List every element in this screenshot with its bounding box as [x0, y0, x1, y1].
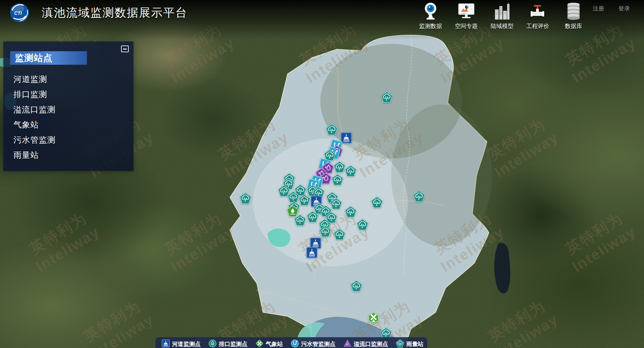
- legend-item-outlet[interactable]: 排口监测点: [208, 339, 247, 348]
- river-marker-icon: [162, 339, 170, 348]
- login-link[interactable]: 登录: [618, 5, 630, 12]
- rain-station-marker[interactable]: [371, 196, 383, 208]
- legend-label: 溢流口监测点: [354, 340, 388, 348]
- brand: CTI 滇池流域监测数据展示平台: [9, 3, 187, 23]
- panel-item-list: 河道监测排口监测溢流口监测气象站污水管监测雨量站: [3, 71, 134, 163]
- rain-station-marker[interactable]: [331, 174, 344, 186]
- rain-station-marker[interactable]: [294, 214, 306, 226]
- rain-station-marker[interactable]: [319, 225, 331, 237]
- nav-item-label: 监测数据: [419, 22, 442, 30]
- rain-station-marker[interactable]: [333, 161, 346, 173]
- city-buildings-icon: [493, 1, 511, 21]
- nav-item-database[interactable]: 数据库: [556, 1, 591, 30]
- platform-logo-icon: CTI: [9, 3, 30, 23]
- main-nav: 监测数据 空间专题 陆域模型 工程评价 数据库: [413, 1, 591, 30]
- auth-links: 注册 登录: [593, 5, 630, 12]
- sidebar-item[interactable]: 污水管监测: [3, 132, 134, 147]
- legend-item-weather[interactable]: 气象站: [255, 339, 283, 348]
- legend-label: 污水管监测点: [301, 340, 335, 348]
- legend-label: 气象站: [266, 340, 283, 348]
- rain-station-marker[interactable]: [333, 228, 346, 240]
- sewage-marker-icon: [291, 339, 299, 348]
- weather-marker-icon: [255, 339, 264, 348]
- nav-item-camera[interactable]: 监测数据: [413, 1, 448, 30]
- sidebar-item[interactable]: 排口监测: [3, 87, 134, 102]
- rain-station-marker[interactable]: [413, 190, 425, 202]
- nav-item-label: 数据库: [565, 22, 582, 30]
- legend-item-sewage[interactable]: 污水管监测点: [291, 339, 335, 348]
- monitor-station-panel: 监测站点 河道监测排口监测溢流口监测气象站污水管监测雨量站: [3, 41, 134, 171]
- pipe-valve-icon: [529, 1, 547, 21]
- nav-item-label: 陆域模型: [491, 22, 514, 30]
- sidebar-item[interactable]: 河道监测: [3, 71, 134, 87]
- rain-station-marker[interactable]: [381, 91, 393, 103]
- sidebar-item[interactable]: 雨量站: [3, 147, 134, 163]
- svg-text:CTI: CTI: [14, 10, 22, 16]
- legend-item-river[interactable]: 河道监测点: [162, 339, 201, 348]
- rain-station-marker[interactable]: [306, 211, 319, 223]
- map-legend: 河道监测点 排口监测点 气象站 污水管监测点 溢流口监测点 雨量站: [155, 337, 427, 348]
- top-bar: CTI 滇池流域监测数据展示平台 监测数据 空间专题 陆域模型: [0, 0, 644, 40]
- rain-station-marker[interactable]: [350, 280, 362, 292]
- sidebar-item[interactable]: 气象站: [3, 117, 134, 132]
- page-title: 滇池流域监测数据展示平台: [42, 5, 187, 21]
- rain-station-marker[interactable]: [239, 192, 252, 204]
- rain-station-marker[interactable]: [326, 123, 338, 136]
- river-station-marker[interactable]: [306, 247, 318, 258]
- legend-label: 排口监测点: [219, 340, 247, 348]
- legend-item-rain[interactable]: 雨量站: [396, 339, 423, 348]
- sidebar-item[interactable]: 溢流口监测: [3, 102, 134, 117]
- rain-station-marker[interactable]: [345, 165, 357, 177]
- register-link[interactable]: 注册: [593, 5, 604, 12]
- weather-station-marker[interactable]: [368, 312, 380, 324]
- rain-station-marker[interactable]: [356, 219, 369, 231]
- nav-item-label: 空间专题: [455, 22, 478, 30]
- overflow-marker-icon: [343, 339, 352, 348]
- legend-label: 河道监测点: [172, 340, 201, 348]
- rain-station-marker[interactable]: [345, 206, 357, 218]
- outlet-marker-icon: [208, 339, 217, 348]
- rain-marker-icon: [396, 339, 404, 348]
- nav-item-label: 工程评价: [526, 22, 549, 30]
- collapse-panel-button[interactable]: [121, 46, 129, 52]
- nav-item-city-buildings[interactable]: 陆域模型: [484, 1, 520, 30]
- legend-label: 雨量站: [406, 340, 423, 348]
- monitor-chart-icon: [458, 1, 475, 21]
- nav-item-monitor-chart[interactable]: 空间专题: [448, 1, 484, 30]
- nav-item-pipe-valve[interactable]: 工程评价: [520, 1, 556, 30]
- legend-item-overflow[interactable]: 溢流口监测点: [343, 339, 388, 348]
- camera-icon: [422, 1, 439, 21]
- rain-station-marker[interactable]: [298, 194, 311, 206]
- rain-station-marker[interactable]: [330, 198, 342, 210]
- panel-title: 监测站点: [10, 51, 87, 65]
- database-icon: [565, 1, 582, 21]
- minimize-icon: [123, 49, 127, 50]
